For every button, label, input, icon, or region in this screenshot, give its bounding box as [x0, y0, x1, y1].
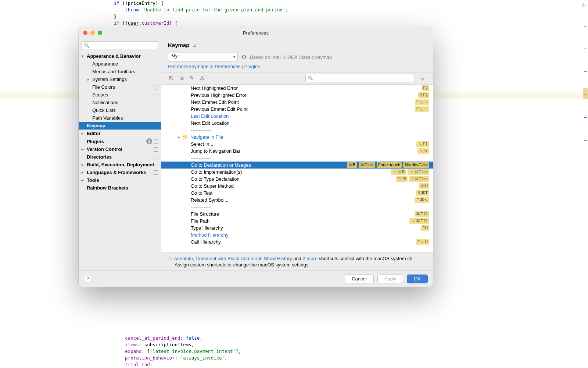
shortcut-badge: ^⌥H	[416, 239, 429, 245]
action-row: -------------	[161, 155, 433, 162]
shortcut-badge: ⌘B	[347, 162, 357, 168]
shortcut-badge: ⌘F12	[415, 211, 429, 217]
action-row[interactable]: Go to Implementation(s)⌥⌘B⌥⌘Click	[161, 169, 433, 176]
keymap-settings-gear-icon[interactable]: ⚙	[241, 54, 246, 60]
window-zoom-button[interactable]	[98, 31, 102, 35]
ok-button[interactable]: OK	[407, 275, 428, 283]
action-row[interactable]: Related Symbol...⌃⌘↖	[161, 197, 433, 204]
action-row[interactable]: Last Edit Location	[161, 113, 433, 120]
sidebar-item-build-execution-deployment[interactable]: ▸Build, Execution, Deployment	[79, 161, 161, 169]
preferences-dialog: Preferences 🔍 ▾Appearance & BehaviorAppe…	[79, 27, 433, 287]
sidebar-item-label: Appearance	[92, 61, 118, 67]
action-row[interactable]: Previous Emmet Edit Point^⌥←	[161, 106, 433, 113]
sidebar-item-languages-frameworks[interactable]: ▸Languages & Frameworks	[79, 169, 161, 176]
action-label: Last Edit Location	[191, 113, 429, 119]
sidebar-item-notifications[interactable]: Notifications	[79, 99, 161, 106]
cancel-button[interactable]: Cancel	[345, 275, 373, 283]
conflict-action-link[interactable]: Annotate	[174, 256, 193, 261]
action-label: Next Highlighted Error	[191, 85, 422, 91]
sidebar-item-label: Languages & Frameworks	[87, 170, 146, 175]
action-row[interactable]: Next Highlighted ErrorF2	[161, 85, 433, 92]
sidebar-item-path-variables[interactable]: Path Variables	[79, 114, 161, 122]
sidebar-item-label: Menus and Toolbars	[92, 69, 135, 74]
edit-shortcut-icon[interactable]: ✎	[189, 75, 195, 81]
sidebar-item-file-colors[interactable]: File Colors	[79, 83, 161, 91]
sidebar-item-label: Rainbow Brackets	[87, 185, 128, 191]
sidebar-item-version-control[interactable]: ▸Version Control	[79, 145, 161, 153]
sidebar-item-label: Quick Lists	[92, 107, 116, 113]
plugins-link[interactable]: Plugins	[244, 64, 260, 69]
sidebar-item-editor[interactable]: ▸Editor	[79, 130, 161, 137]
shortcut-badge: F2	[422, 85, 429, 91]
collapse-all-icon[interactable]: ⇲	[178, 75, 185, 81]
action-label: File Path	[191, 218, 409, 224]
page-title: Keymap	[168, 42, 189, 48]
action-row[interactable]: ▸📁Navigate in File	[161, 134, 433, 141]
action-row[interactable]: Type Hierarchy^H	[161, 224, 433, 231]
get-more-keymaps-link[interactable]: Get more keymaps in Preferences	[168, 64, 240, 69]
window-minimize-button[interactable]	[90, 31, 95, 35]
sidebar-item-label: Editor	[87, 131, 101, 136]
apply-button[interactable]: Apply	[377, 275, 404, 283]
dialog-titlebar[interactable]: Preferences	[79, 27, 433, 38]
action-row[interactable]: Next Emmet Edit Point^⌥→	[161, 99, 433, 106]
action-label: Go to Declaration or Usages	[191, 162, 347, 168]
reset-icon[interactable]: ⇄	[193, 43, 196, 48]
sidebar-item-label: Plugins	[87, 139, 104, 144]
action-row[interactable]: Previous Highlighted Error⇧F2	[161, 92, 433, 99]
conflict-more-link[interactable]: 2 more	[302, 256, 317, 261]
shortcut-badge: ⇧F2	[418, 92, 429, 98]
action-row[interactable]: Select In...⌥F1	[161, 141, 433, 148]
sidebar-item-keymap[interactable]: Keymap	[79, 122, 161, 130]
action-row[interactable]: Go to Super Method⌘U	[161, 183, 433, 190]
chevron-icon: ▸	[82, 163, 83, 167]
project-scope-icon	[154, 93, 158, 97]
find-by-shortcut-icon[interactable]: ⌕	[419, 75, 426, 81]
action-label: Go to Type Declaration	[191, 176, 396, 182]
action-row[interactable]: Method Hierarchy	[161, 231, 433, 238]
editor-scrollbar[interactable]	[583, 88, 588, 99]
action-label: -------------	[191, 155, 429, 161]
expand-all-icon[interactable]: ⇱	[168, 75, 175, 81]
shortcut-badge: ⌥⌘F12	[409, 218, 429, 224]
shortcut-badge: ^⌥→	[415, 99, 429, 105]
project-scope-icon	[154, 85, 158, 89]
sidebar-search-input[interactable]: 🔍	[82, 41, 158, 49]
sidebar-item-directories[interactable]: Directories	[79, 153, 161, 161]
actions-search-input[interactable]: 🔍	[305, 74, 415, 82]
shortcut-badge: ⌘U	[419, 183, 429, 189]
action-row[interactable]: Jump to Navigation Bar⌥↖	[161, 148, 433, 155]
keymap-select-value: My	[171, 53, 178, 59]
shortcut-badge: ⌘Click	[359, 162, 375, 168]
sidebar-item-appearance-behavior[interactable]: ▾Appearance & Behavior	[79, 52, 161, 60]
action-row[interactable]: File Path⌥⌘F12	[161, 217, 433, 224]
shortcut-badge: ^H	[421, 225, 429, 231]
sidebar-item-quick-lists[interactable]: Quick Lists	[79, 106, 161, 114]
conflicts-icon[interactable]: ⚠	[199, 75, 205, 81]
sidebar-item-tools[interactable]: ▸Tools	[79, 176, 161, 184]
action-row[interactable]: Call Hierarchy^⌥H	[161, 238, 433, 245]
action-row[interactable]: Go to Declaration or Usages⌘B⌘ClickForce…	[161, 162, 433, 169]
conflict-action-link[interactable]: Comment with Block Comment	[196, 256, 261, 261]
action-row[interactable]: Go to Type Declaration^⇧B⇧⌘Click	[161, 176, 433, 183]
search-icon: 🔍	[308, 75, 313, 81]
action-row[interactable]: File Structure⌘F12	[161, 210, 433, 217]
sidebar-item-rainbow-brackets[interactable]: Rainbow Brackets	[79, 184, 161, 192]
sidebar-item-appearance[interactable]: Appearance	[79, 60, 161, 68]
keymap-select[interactable]: My ▾	[168, 53, 238, 61]
window-close-button[interactable]	[83, 31, 87, 35]
sidebar-item-system-settings[interactable]: ▸System Settings	[79, 75, 161, 83]
dialog-title: Preferences	[79, 30, 433, 36]
conflict-action-link[interactable]: Show History	[264, 256, 292, 261]
sidebar-item-scopes[interactable]: Scopes	[79, 91, 161, 99]
sidebar-item-plugins[interactable]: Plugins1	[79, 137, 161, 145]
action-row[interactable]: Go to Test⇧⌘T	[161, 190, 433, 197]
action-label: Jump to Navigation Bar	[191, 148, 417, 154]
action-row[interactable]: Next Edit Location	[161, 120, 433, 127]
actions-tree[interactable]: Next Highlighted ErrorF2Previous Highlig…	[161, 85, 433, 253]
action-label: Method Hierarchy	[191, 232, 429, 238]
chevron-icon: ▸	[82, 131, 83, 135]
shortcut-badge: ⇧⌘Click	[409, 176, 429, 182]
help-button[interactable]: ?	[84, 275, 92, 283]
sidebar-item-menus-and-toolbars[interactable]: Menus and Toolbars	[79, 68, 161, 75]
